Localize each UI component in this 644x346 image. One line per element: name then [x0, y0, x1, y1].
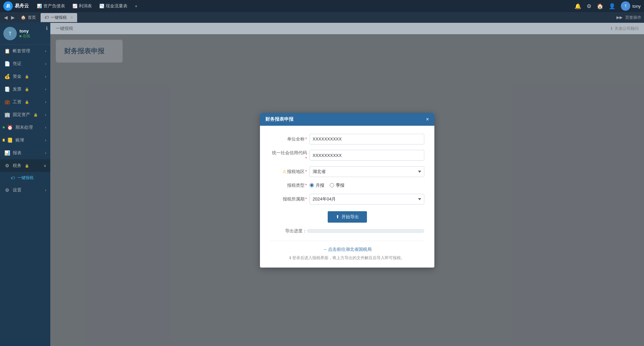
chart-icon: 📊 [37, 4, 42, 8]
credit-code-input[interactable] [310, 150, 424, 161]
line-chart-icon: 📈 [72, 4, 77, 8]
sidebar-avatar: T [3, 27, 17, 40]
help-icon: ℹ [611, 26, 612, 31]
sidebar-item-salary[interactable]: 💼 工资 🔒 › [0, 96, 50, 108]
nav-item-cashflow[interactable]: 📉 现金流量表 [97, 2, 130, 10]
company-name-row: 单位全称* [270, 134, 424, 145]
fixed-assets-icon: 🏢 [4, 112, 10, 117]
status-dot [19, 35, 21, 37]
tax-icon: ⚙ [4, 163, 10, 168]
tax-region-label: ⚠报税地区* [270, 169, 307, 175]
progress-bar [307, 229, 424, 233]
sidebar-item-period[interactable]: ⏰ 期末处理 › [0, 121, 50, 134]
sidebar: T tony 在线 ℹ 📋 帐套管理 › 📄 凭证 › � [0, 23, 50, 346]
tax-type-radio-group: 月报 季报 [310, 182, 344, 188]
tax-type-quarterly[interactable]: 季报 [330, 182, 344, 188]
submenu-icon: 🏷 [11, 176, 15, 180]
company-name-input[interactable] [310, 134, 424, 145]
credit-code-row: 统一社会信用代码* [270, 150, 424, 161]
settings-icon[interactable]: ⚙ [587, 3, 591, 9]
hint-icon: ℹ [289, 255, 291, 260]
export-button-area: ⬆ 开始导出 [270, 211, 424, 223]
chevron-icon-8: › [45, 151, 46, 155]
chevron-down-icon: ∨ [44, 164, 46, 168]
sidebar-item-ledger[interactable]: 📒 账簿 › [0, 134, 50, 147]
nav-add-button[interactable]: + [132, 2, 140, 10]
tax-tab-icon: 🏷 [45, 15, 49, 20]
lock-icon-3: 🔒 [25, 100, 29, 104]
tab-one-click-tax[interactable]: 🏷 一键报税 ✕ [41, 13, 77, 22]
sidebar-username: tony [19, 28, 47, 34]
sidebar-status: 在线 [19, 34, 47, 39]
salary-icon: 💼 [4, 99, 10, 105]
progress-label: 导出进度： [270, 228, 307, 234]
modal-overlay: 财务报表申报 × 单位全称* [50, 34, 644, 346]
period-dot [3, 126, 5, 128]
notification-icon[interactable]: 🔔 [575, 3, 581, 9]
report-icon: 📊 [4, 150, 10, 156]
ledger-icon: 📒 [7, 137, 13, 143]
modal-body: 单位全称* 统一社会信用代码* [260, 126, 434, 268]
export-button[interactable]: ⬆ 开始导出 [328, 211, 367, 223]
chevron-icon-6: › [45, 125, 46, 129]
tab-bar: ◀ ▶ 🏠 首页 🏷 一键报税 ✕ ▶▶ 页签操作 [0, 12, 644, 23]
top-bar-right: 🔔 ⚙ 🏠 👤 T tony [575, 1, 641, 11]
progress-row: 导出进度： [270, 228, 424, 234]
content-area: 一键报税 ℹ 关老公司顾问 财务报表申报 财务报表申报 × [50, 23, 644, 346]
tab-home[interactable]: 🏠 首页 [17, 13, 40, 22]
radio-quarterly[interactable] [330, 183, 334, 187]
nav-item-asset[interactable]: 📊 资产负债表 [34, 2, 68, 10]
tax-region-select[interactable]: 湖北省 北京市 上海市 广东省 [310, 166, 424, 177]
lock-icon-2: 🔒 [25, 88, 29, 91]
upload-icon: ⬆ [336, 214, 339, 219]
sidebar-item-invoice[interactable]: 📑 发票 🔒 › [0, 83, 50, 96]
sidebar-info-button[interactable]: ℹ [46, 25, 48, 31]
modal-close-button[interactable]: × [426, 117, 429, 122]
sidebar-submenu-tax: 🏷 一键报税 [0, 172, 50, 184]
sidebar-item-assets[interactable]: 💰 资金 🔒 › [0, 70, 50, 83]
sidebar-item-one-click-tax[interactable]: 🏷 一键报税 [0, 172, 50, 184]
invoice-icon: 📑 [4, 86, 10, 92]
user-manage-icon[interactable]: 👤 [609, 3, 615, 9]
sidebar-menu: 📋 帐套管理 › 📄 凭证 › 💰 资金 🔒 › 📑 发票 🔒 › [0, 45, 50, 346]
settings-icon-sidebar: ⚙ [4, 187, 10, 193]
nav-item-profit[interactable]: 📈 利润表 [70, 2, 95, 10]
modal-link-area: → 点击前往湖北省国税局 [270, 246, 424, 252]
tab-back-button[interactable]: ◀ [3, 13, 9, 21]
tax-period-row: 报税所属期* 2024年04月 2024年03月 2024年02月 2024年0… [270, 194, 424, 205]
user-name-top: tony [632, 4, 641, 9]
chevron-icon-7: › [45, 138, 46, 142]
radio-monthly[interactable] [310, 183, 314, 187]
sidebar-item-fixed-assets[interactable]: 🏢 固定资产 🔒 › [0, 108, 50, 121]
lock-icon-4: 🔒 [34, 113, 38, 117]
tax-type-monthly[interactable]: 月报 [310, 182, 324, 188]
modal-hint: ℹ 登录后进入报税界面，将上方导出的文件解压后导入即可报税。 [270, 255, 424, 261]
sidebar-item-voucher[interactable]: 📄 凭证 › [0, 57, 50, 70]
period-icon: ⏰ [7, 125, 13, 130]
link-arrow-icon: → [323, 247, 327, 252]
lock-icon: 🔒 [25, 75, 29, 78]
user-info[interactable]: T tony [621, 1, 641, 11]
help-label[interactable]: 关老公司顾问 [614, 26, 639, 32]
logo-icon: 易 [3, 1, 13, 11]
breadcrumb-left: 一键报税 [56, 25, 73, 32]
tab-forward-button[interactable]: ▶ [10, 13, 16, 21]
tab-expand-icon: ▶▶ [616, 15, 623, 20]
chevron-icon-3: › [45, 87, 46, 91]
cashflow-icon: 📉 [99, 4, 104, 8]
home-tab-icon: 🏠 [21, 15, 26, 20]
home-icon[interactable]: 🏠 [597, 3, 603, 9]
tax-period-select[interactable]: 2024年04月 2024年03月 2024年02月 2024年01月 [310, 194, 424, 205]
tax-type-row: 报税类型* 月报 季报 [270, 182, 424, 188]
logo[interactable]: 易 易舟云 [3, 1, 29, 11]
tab-close-button[interactable]: ✕ [70, 15, 73, 20]
tax-bureau-link[interactable]: → 点击前往湖北省国税局 [323, 247, 372, 252]
chevron-right-icon: › [45, 62, 46, 66]
breadcrumb-right: ℹ 关老公司顾问 [611, 26, 639, 32]
sidebar-item-settings[interactable]: ⚙ 设置 › [0, 184, 50, 196]
sidebar-item-accounts[interactable]: 📋 帐套管理 › [0, 45, 50, 57]
main-layout: T tony 在线 ℹ 📋 帐套管理 › 📄 凭证 › � [0, 23, 644, 346]
sidebar-item-report[interactable]: 📊 报表 › [0, 147, 50, 159]
sidebar-item-tax[interactable]: ⚙ 税务 🔒 ∨ [0, 159, 50, 172]
tax-period-label: 报税所属期* [270, 196, 307, 202]
